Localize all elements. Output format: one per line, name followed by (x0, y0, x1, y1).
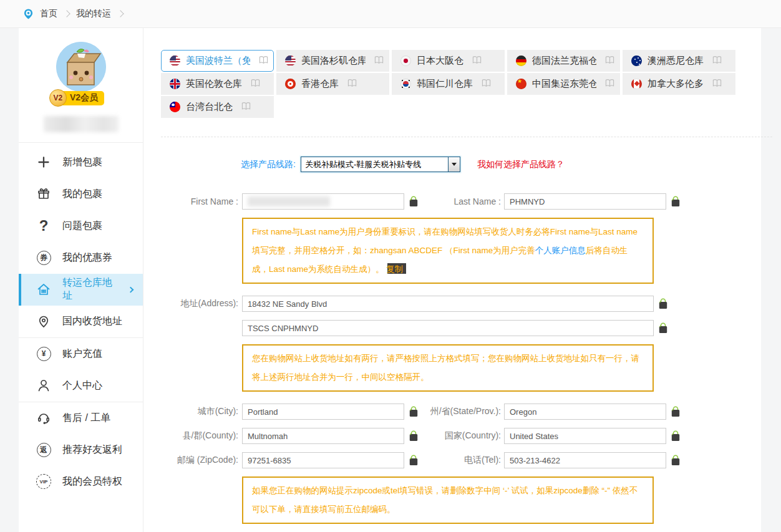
tab-label: 美国波特兰（免... (186, 55, 250, 67)
warehouse-address-form: First Name : Last Name : PHMNYD First na… (161, 193, 772, 532)
headset-icon (36, 410, 52, 425)
main-content: 美国波特兰（免... 美国洛杉矶仓库 日本大阪仓 德国法兰克福仓库 澳洲悉尼仓库 (143, 28, 772, 532)
tab-label: 日本大阪仓 (417, 55, 463, 67)
first-name-field[interactable] (242, 193, 404, 210)
flag-au-icon (631, 56, 642, 66)
product-line-row: 选择产品线路: 关税补贴模式-鞋服关税补贴专线 我如何选择产品线路？ (241, 157, 772, 172)
tab-label: 德国法兰克福仓库 (532, 55, 596, 67)
tab-de-frankfurt[interactable]: 德国法兰克福仓库 (507, 50, 620, 72)
sidebar-item-label: 售后 / 工单 (62, 412, 110, 425)
flag-de-icon (516, 56, 526, 66)
copy-icon[interactable] (671, 430, 681, 442)
tel-label: 电话(Tel): (426, 455, 501, 466)
county-field[interactable]: Multnomah (242, 428, 404, 444)
tab-kr-incheon[interactable]: 韩国仁川仓库 (392, 73, 505, 95)
copy-link[interactable]: 复制 (386, 264, 403, 274)
sidebar-item-problem-packages[interactable]: ? 问题包裹 (19, 210, 143, 242)
address-line2-field[interactable]: TSCS CNPHMNYD (242, 320, 654, 336)
address-book-icon[interactable] (374, 56, 384, 66)
city-field[interactable]: Portland (242, 404, 404, 420)
address-book-icon[interactable] (605, 56, 614, 66)
copy-icon[interactable] (658, 322, 668, 334)
country-label: 国家(Country): (426, 430, 501, 442)
state-field[interactable]: Oregon (504, 404, 666, 420)
copy-icon[interactable] (671, 455, 681, 466)
tab-cn-dongguan[interactable]: 中国集运东莞仓 (507, 73, 620, 95)
breadcrumb-current[interactable]: 我的转运 (76, 8, 111, 19)
address-book-icon[interactable] (259, 56, 268, 66)
address-book-icon[interactable] (241, 102, 251, 112)
address-book-icon[interactable] (712, 79, 722, 89)
tel-field[interactable]: 503-213-4622 (504, 452, 666, 468)
rebate-icon: 返 (36, 443, 52, 457)
flag-ca-icon (631, 79, 642, 89)
copy-icon[interactable] (409, 196, 419, 207)
city-state-row: 城市(City): Portland 州/省(State/Prov.): Ore… (161, 404, 772, 420)
copy-icon[interactable] (409, 455, 419, 466)
country-field[interactable]: United States (504, 428, 666, 444)
copy-icon[interactable] (658, 298, 668, 309)
copy-icon[interactable] (409, 406, 419, 417)
county-country-row: 县/郡(County): Multnomah 国家(Country): Unit… (161, 428, 772, 444)
chevron-right-icon (117, 10, 124, 17)
username-blurred (44, 116, 119, 132)
address-book-icon[interactable] (482, 79, 491, 89)
account-info-link[interactable]: 个人账户信息 (535, 246, 586, 255)
flag-uk-icon (170, 79, 180, 89)
tab-uk-london[interactable]: 英国伦敦仓库 (161, 73, 274, 95)
profile-section: V2 V2会员 (19, 28, 143, 143)
sidebar-item-referral-rebate[interactable]: 返 推荐好友返利 (19, 434, 143, 466)
sidebar-item-label: 我的会员特权 (62, 475, 122, 488)
address-line1-field[interactable]: 18432 NE Sandy Blvd (242, 296, 654, 312)
sidebar-item-label: 推荐好友返利 (62, 443, 122, 457)
sidebar: V2 V2会员 新增包裹 我的包裹 ? 问题包裹 (19, 28, 143, 532)
sidebar-item-label: 我的优惠券 (62, 251, 112, 264)
name-notice: First name与Last name为用户身份重要标识，请在购物网站填写收货… (242, 218, 654, 284)
sidebar-item-domestic-address[interactable]: 国内收货地址 (19, 306, 143, 337)
product-line-select[interactable]: 关税补贴模式-鞋服关税补贴专线 (301, 157, 460, 172)
breadcrumb-home[interactable]: 首页 (40, 8, 57, 19)
sidebar-item-personal-center[interactable]: 个人中心 (19, 370, 143, 402)
sidebar-item-add-package[interactable]: 新增包裹 (19, 147, 143, 178)
copy-icon[interactable] (671, 406, 681, 417)
product-line-help-link[interactable]: 我如何选择产品线路？ (477, 159, 565, 170)
copy-icon[interactable] (409, 430, 419, 442)
sidebar-item-coupons[interactable]: 券 我的优惠券 (19, 242, 143, 274)
tab-tw-taipei[interactable]: 台湾台北仓 (161, 96, 274, 118)
sidebar-item-label: 个人中心 (62, 379, 102, 392)
vip-badge-icon: VIP (36, 474, 52, 489)
membership-label: V2会员 (70, 92, 98, 104)
location-pin-icon (22, 8, 34, 20)
zip-tel-row: 邮编 (ZipCode): 97251-6835 电话(Tel): 503-21… (161, 452, 772, 468)
address-book-icon[interactable] (605, 79, 614, 89)
name-row: First Name : Last Name : PHMNYD (161, 193, 772, 210)
dropdown-arrow-icon[interactable] (448, 157, 460, 172)
tab-us-portland[interactable]: 美国波特兰（免... (161, 50, 274, 72)
tab-ca-toronto[interactable]: 加拿大多伦多 (623, 73, 735, 95)
copy-icon[interactable] (671, 196, 681, 207)
address-book-icon[interactable] (712, 56, 722, 66)
tab-jp-osaka[interactable]: 日本大阪仓 (392, 50, 505, 72)
zipcode-field[interactable]: 97251-6835 (242, 452, 404, 468)
last-name-field[interactable]: PHMNYD (504, 193, 666, 210)
sidebar-item-my-packages[interactable]: 我的包裹 (19, 178, 143, 210)
first-name-blurred-value (248, 196, 330, 206)
address-book-icon[interactable] (251, 79, 260, 89)
address-book-icon[interactable] (347, 79, 357, 89)
warehouse-icon (36, 282, 52, 297)
tab-label: 澳洲悉尼仓库 (648, 55, 704, 67)
tab-hk[interactable]: 香港仓库 (276, 73, 389, 95)
sidebar-item-member-privileges[interactable]: VIP 我的会员特权 (19, 466, 143, 498)
sidebar-menu: 新增包裹 我的包裹 ? 问题包裹 券 我的优惠券 (19, 143, 143, 501)
county-label: 县/郡(County): (161, 430, 238, 442)
address-book-icon[interactable] (472, 56, 482, 66)
sidebar-item-aftersale-ticket[interactable]: 售后 / 工单 (19, 402, 143, 434)
address-row-2: TSCS CNPHMNYD (161, 320, 772, 336)
tab-au-sydney[interactable]: 澳洲悉尼仓库 (623, 50, 735, 72)
flag-us-icon (170, 56, 180, 66)
sidebar-item-warehouse-address[interactable]: 转运仓库地址 (19, 274, 143, 306)
sidebar-item-recharge[interactable]: ¥ 账户充值 (19, 338, 143, 370)
tab-us-losangeles[interactable]: 美国洛杉矶仓库 (276, 50, 389, 72)
warehouse-tabs: 美国波特兰（免... 美国洛杉矶仓库 日本大阪仓 德国法兰克福仓库 澳洲悉尼仓库 (161, 50, 741, 119)
sidebar-item-label: 转运仓库地址 (62, 276, 118, 302)
